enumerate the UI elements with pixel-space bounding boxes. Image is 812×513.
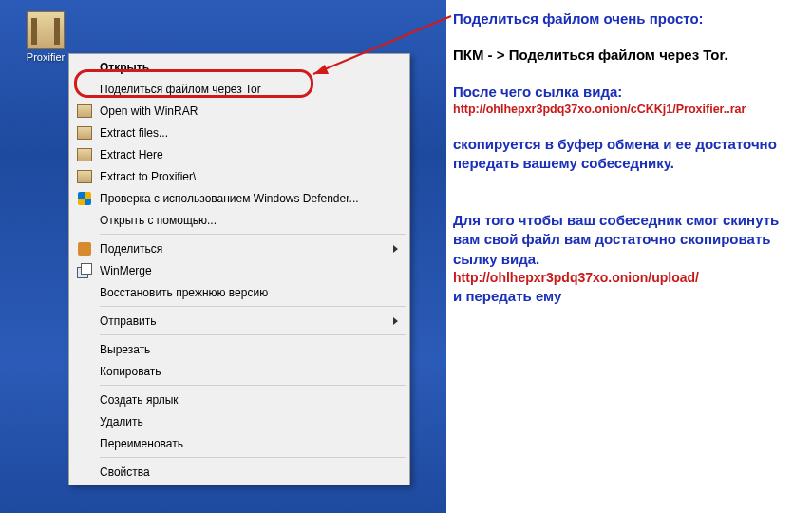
blank-icon [75, 284, 94, 301]
chevron-right-icon [393, 245, 398, 253]
note-line-3: После чего сылка вида: [453, 83, 804, 102]
menu-extract-here[interactable]: Extract Here [71, 143, 407, 165]
desktop-area: Proxifier Открыть Поделиться файлом чере… [0, 0, 446, 513]
menu-extract-to[interactable]: Extract to Proxifier\ [71, 165, 407, 187]
blank-icon [75, 59, 94, 76]
menu-extract-files[interactable]: Extract files... [71, 122, 407, 143]
blank-icon [75, 413, 94, 430]
menu-share-tor[interactable]: Поделиться файлом через Tor [71, 78, 407, 100]
blank-icon [75, 435, 94, 452]
menu-shortcut[interactable]: Создать ярлык [71, 389, 407, 410]
menu-defender[interactable]: Проверка с использованием Windows Defend… [71, 187, 407, 209]
menu-separator [100, 385, 406, 386]
winrar-icon [75, 146, 94, 163]
menu-separator [100, 457, 406, 458]
blank-icon [75, 341, 94, 358]
menu-cut[interactable]: Вырезать [71, 338, 407, 360]
menu-restore[interactable]: Восстановить прежнюю версию [71, 281, 407, 303]
note-line-6: и передать ему [453, 287, 804, 306]
winrar-icon [75, 124, 94, 142]
note-url-1: http://ohlhepxr3pdq37xo.onion/cCKKj1/Pro… [453, 102, 804, 118]
blank-icon [75, 313, 94, 330]
blank-icon [75, 363, 94, 380]
menu-delete[interactable]: Удалить [71, 410, 407, 432]
file-label: Proxifier [17, 51, 74, 63]
note-line-4: скопируется в буфер обмена и ее достаточ… [453, 135, 804, 174]
menu-open-winrar[interactable]: Open with WinRAR [71, 100, 407, 122]
blank-icon [75, 464, 94, 481]
menu-copy[interactable]: Копировать [71, 360, 407, 382]
winrar-icon [75, 168, 94, 185]
blank-icon [75, 81, 94, 98]
menu-rename[interactable]: Переименовать [71, 432, 407, 454]
blank-icon [75, 212, 94, 229]
winrar-archive-icon [27, 11, 65, 49]
context-menu: Открыть Поделиться файлом через Tor Open… [68, 53, 410, 485]
menu-properties[interactable]: Свойства [71, 461, 407, 483]
note-line-5: Для того чтобы ваш собеседник смог скину… [453, 211, 804, 269]
menu-share[interactable]: Поделиться [71, 238, 407, 259]
defender-shield-icon [75, 190, 94, 207]
note-block-3: После чего сылка вида: http://ohlhepxr3p… [453, 83, 804, 118]
instructions-panel: Поделиться файлом очень просто: ПКМ - > … [453, 10, 804, 323]
menu-open-with[interactable]: Открыть с помощью... [71, 209, 407, 231]
desktop-file[interactable]: Proxifier [17, 11, 74, 63]
menu-separator [100, 234, 406, 235]
note-block-5: Для того чтобы ваш собеседник смог скину… [453, 211, 804, 306]
share-icon [75, 240, 94, 257]
winmerge-icon [75, 262, 94, 279]
menu-winmerge[interactable]: WinMerge [71, 259, 407, 281]
blank-icon [75, 391, 94, 408]
chevron-right-icon [393, 317, 398, 325]
note-line-1: Поделиться файлом очень просто: [453, 10, 804, 28]
note-url-2: http://ohlhepxr3pdq37xo.onion/upload/ [453, 269, 804, 287]
note-line-2: ПКМ - > Поделиться файлом через Tor. [453, 46, 804, 65]
menu-send-to[interactable]: Отправить [71, 310, 407, 332]
menu-open[interactable]: Открыть [71, 56, 407, 78]
menu-separator [100, 306, 406, 307]
menu-separator [100, 334, 406, 335]
winrar-icon [75, 103, 94, 120]
